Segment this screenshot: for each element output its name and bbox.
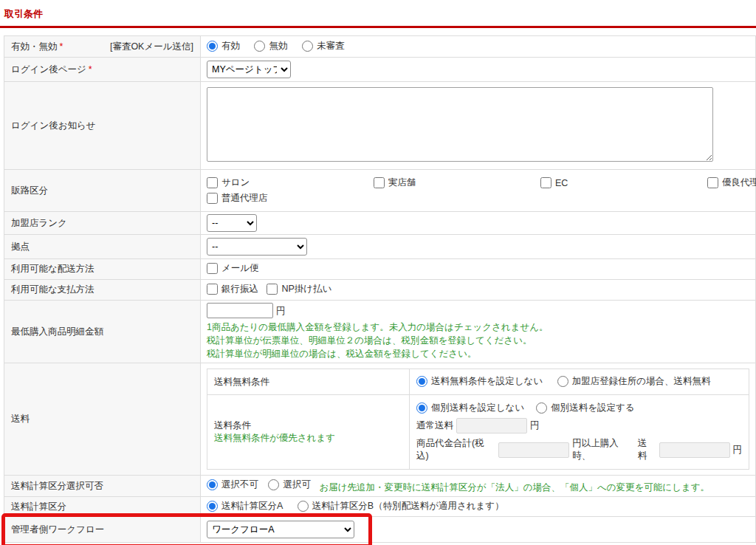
row-status-header: 有効・無効* [審査OKメール送信]	[4, 36, 201, 58]
help-line: 税計算単位が明細単位の場合は、税込金額を登録してください。	[207, 347, 749, 360]
row-merchant-rank-header: 加盟店ランク	[4, 212, 201, 235]
channel-checkbox-salon-input[interactable]	[207, 177, 218, 188]
min-purchase-unit: 円	[276, 306, 286, 316]
min-purchase-input[interactable]	[207, 303, 273, 318]
row-login-page-header: ログイン後ページ*	[4, 58, 201, 82]
calc-division-radio-b-input[interactable]	[298, 501, 309, 512]
channel-checkbox-premium-agency-input[interactable]	[707, 177, 718, 188]
row-base-header: 拠点	[4, 235, 201, 259]
radio-label: 未審査	[317, 40, 345, 52]
min-purchase-input-line: 円	[207, 303, 749, 318]
title-divider	[0, 26, 756, 28]
row-status: 有効・無効* [審査OKメール送信] 有効 無効 未審査	[4, 36, 756, 58]
free-shipping-radio-registered-address-input[interactable]	[557, 376, 568, 387]
delivery-checkbox-mailbin[interactable]: メール便	[207, 262, 259, 275]
threshold-fee-input[interactable]	[659, 442, 730, 458]
status-radio-invalid[interactable]: 無効	[254, 40, 287, 52]
label-text: 送料	[11, 414, 30, 424]
status-radio-invalid-input[interactable]	[254, 41, 265, 52]
sales-channel-grid: サロン 実店舗 EC 優良代理店 普通代理店	[207, 176, 749, 205]
row-sales-channel-value: サロン 実店舗 EC 優良代理店 普通代理店	[201, 170, 756, 212]
radio-label: 選択可	[283, 479, 311, 491]
checkbox-label: 普通代理店	[221, 192, 268, 205]
threshold-shipping-line: 商品代金合計(税込) 円以上購入時、 送料 円	[416, 437, 742, 462]
row-sales-channel-header: 販路区分	[4, 170, 201, 212]
label-text: 管理者側ワークフロー	[11, 524, 104, 535]
payment-checkbox-np[interactable]: NP掛け払い	[267, 283, 331, 295]
calc-selectable-radio-no[interactable]: 選択不可	[207, 479, 258, 491]
channel-checkbox-normal-agency[interactable]: 普通代理店	[207, 192, 362, 205]
channel-checkbox-normal-agency-input[interactable]	[207, 193, 218, 204]
admin-workflow-select[interactable]: ワークフローA	[207, 521, 354, 538]
row-login-notice-value	[201, 82, 756, 170]
label-text: ログイン後ページ	[11, 64, 86, 75]
status-radio-valid[interactable]: 有効	[207, 40, 240, 52]
normal-shipping-line: 通常送料 円	[416, 418, 742, 433]
free-shipping-radio-none-input[interactable]	[416, 376, 427, 387]
merchant-rank-select[interactable]: --	[207, 214, 257, 232]
row-delivery-methods-value: メール便	[201, 259, 756, 280]
channel-checkbox-ec-input[interactable]	[540, 177, 551, 188]
label-text: 送料計算区分	[11, 501, 66, 512]
channel-checkbox-ec[interactable]: EC	[540, 176, 695, 189]
row-shipping-condition: 送料条件 送料無料条件が優先されます 個別送料を設定しない 個別送料を設定する	[207, 395, 749, 470]
radio-label: 送料計算区分A	[221, 500, 283, 513]
free-shipping-radio-registered-address[interactable]: 加盟店登録住所の場合、送料無料	[557, 375, 711, 388]
individual-shipping-radio-on[interactable]: 個別送料を設定する	[536, 402, 634, 414]
delivery-checkbox-mailbin-input[interactable]	[207, 263, 218, 274]
help-line: 1商品あたりの最低購入金額を登録します。未入力の場合はチェックされません。	[207, 321, 749, 334]
calc-division-radio-a-input[interactable]	[207, 501, 218, 512]
radio-label: 有効	[221, 40, 240, 52]
row-base: 拠点 --	[4, 235, 756, 259]
total-amount-label: 商品代金合計(税込)	[416, 437, 495, 462]
channel-checkbox-salon[interactable]: サロン	[207, 176, 362, 189]
row-calc-selectable: 送料計算区分選択可否 選択不可 選択可 お届け先追加・変更時に送料計算区分が「法…	[4, 476, 756, 497]
status-radio-unreviewed-input[interactable]	[302, 41, 313, 52]
radio-label: 無効	[269, 40, 287, 52]
channel-checkbox-store[interactable]: 実店舗	[374, 176, 529, 189]
payment-checkbox-np-input[interactable]	[267, 284, 278, 295]
row-shipping: 送料 送料無料条件 送料無料条件を設定しない	[4, 363, 756, 476]
individual-shipping-radio-off[interactable]: 個別送料を設定しない	[416, 402, 524, 414]
calc-selectable-radio-yes-input[interactable]	[268, 479, 279, 490]
transaction-conditions-page: 取引条件 有効・無効* [審査OKメール送信] 有効 無効 未審査	[0, 0, 756, 543]
checkbox-label: EC	[555, 178, 568, 188]
calc-selectable-radio-yes[interactable]: 選択可	[268, 479, 311, 491]
individual-shipping-radio-line: 個別送料を設定しない 個別送料を設定する	[416, 402, 742, 414]
row-delivery-methods-header: 利用可能な配送方法	[4, 259, 201, 280]
row-status-value: 有効 無効 未審査	[201, 36, 756, 58]
row-calc-selectable-header: 送料計算区分選択可否	[4, 476, 201, 497]
label-text: 送料無料条件	[214, 377, 269, 387]
row-payment-methods-value: 銀行振込 NP掛け払い	[201, 280, 756, 301]
checkbox-label: サロン	[221, 176, 250, 189]
login-page-select[interactable]: MYページトップ	[207, 61, 291, 78]
status-radio-unreviewed[interactable]: 未審査	[302, 40, 345, 52]
row-login-page-value: MYページトップ	[201, 58, 756, 82]
channel-checkbox-premium-agency[interactable]: 優良代理店	[707, 176, 756, 189]
payment-checkbox-bank[interactable]: 銀行振込	[207, 283, 258, 295]
status-radio-valid-input[interactable]	[207, 41, 218, 52]
checkbox-label: メール便	[221, 262, 259, 275]
row-delivery-methods: 利用可能な配送方法 メール便	[4, 259, 756, 280]
checkbox-label: NP掛け払い	[281, 283, 331, 295]
row-payment-methods: 利用可能な支払方法 銀行振込 NP掛け払い	[4, 280, 756, 301]
total-amount-input[interactable]	[498, 442, 569, 458]
base-select[interactable]: --	[207, 238, 307, 256]
calc-division-radio-a[interactable]: 送料計算区分A	[207, 500, 283, 513]
checkbox-label: 優良代理店	[722, 176, 756, 189]
normal-shipping-input[interactable]	[456, 418, 527, 433]
login-notice-textarea[interactable]	[207, 87, 713, 162]
calc-selectable-radio-no-input[interactable]	[207, 479, 218, 490]
calc-division-radio-b[interactable]: 送料計算区分B（特別配送料が適用されます）	[298, 500, 504, 513]
help-line: 税計算単位が伝票単位、明細単位２の場合は、税別金額を登録してください。	[207, 334, 749, 347]
channel-checkbox-store-input[interactable]	[374, 177, 385, 188]
individual-shipping-radio-on-input[interactable]	[536, 402, 547, 414]
payment-checkbox-bank-input[interactable]	[207, 284, 218, 295]
free-shipping-radio-none[interactable]: 送料無料条件を設定しない	[416, 375, 543, 388]
label-text: 拠点	[11, 241, 30, 252]
row-merchant-rank: 加盟店ランク --	[4, 212, 756, 235]
row-shipping-value: 送料無料条件 送料無料条件を設定しない 加盟店登録住所の場合、送料無料	[201, 363, 756, 476]
radio-label: 加盟店登録住所の場合、送料無料	[572, 375, 711, 388]
row-login-page: ログイン後ページ* MYページトップ	[4, 58, 756, 82]
individual-shipping-radio-off-input[interactable]	[416, 402, 427, 414]
